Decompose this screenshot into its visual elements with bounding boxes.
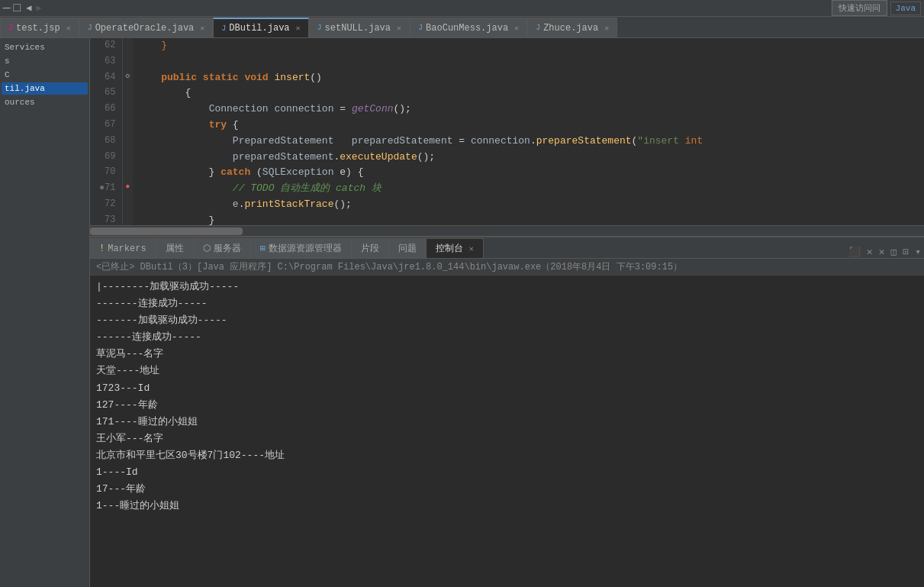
line-marker (122, 85, 133, 102)
tab-label: BaoCunMess.java (426, 23, 508, 34)
line-content: PreparedStatement preparedStatement = co… (133, 134, 924, 150)
console-output[interactable]: |--------加载驱动成功----- -------连接成功----- --… (90, 276, 924, 587)
tab-icon: J (221, 24, 226, 33)
tab-test-jsp[interactable]: J test.jsp ✕ (0, 18, 79, 37)
tab-label: 片段 (361, 242, 379, 255)
line-marker (122, 102, 133, 118)
line-marker (122, 213, 133, 225)
console-line: 王小军---名字 (96, 431, 918, 447)
tab-datasource[interactable]: ⊞ 数据源资源管理器 (251, 238, 352, 258)
tab-icon: J (317, 24, 322, 32)
editor-tab-bar: J test.jsp ✕ J OperateOracle.java ✕ J DB… (0, 17, 924, 38)
tab-close-icon[interactable]: ✕ (200, 24, 204, 33)
tab-dbutil[interactable]: J DButil.java ✕ (213, 18, 308, 37)
code-line-65: 65 { (90, 85, 924, 102)
line-content: Connection connection = getConn(); (133, 102, 924, 118)
sidebar-item-services[interactable]: Services (2, 41, 88, 53)
console-toolbar-icon4[interactable]: ◫ (888, 246, 900, 258)
tab-label: setNULL.java (325, 23, 391, 34)
tab-problems[interactable]: 问题 (389, 238, 427, 258)
markers-icon: ! (99, 244, 105, 254)
tab-close-icon[interactable]: ✕ (604, 24, 609, 33)
line-content: } catch (SQLException e) { (133, 165, 924, 181)
tab-label: 控制台 (436, 242, 463, 255)
console-toolbar-icon2[interactable]: ✕ (864, 246, 876, 258)
console-line: 北京市和平里七区30号楼7门102----地址 (96, 447, 918, 464)
sidebar-item-c[interactable]: C (2, 69, 88, 81)
tab-setnull[interactable]: J setNULL.java ✕ (309, 18, 410, 37)
console-line: 1723---Id (96, 380, 918, 397)
line-marker (122, 165, 133, 181)
nav-back-icon[interactable]: ◀ (26, 2, 31, 14)
tab-close-icon[interactable]: ✕ (514, 24, 519, 33)
minimize-icon[interactable]: — (3, 2, 11, 15)
tab-label: OperateOracle.java (95, 23, 195, 34)
tab-close-icon[interactable]: ✕ (397, 24, 401, 33)
tab-console[interactable]: 控制台 ✕ (427, 238, 484, 258)
line-number: 69 (90, 150, 122, 166)
tab-operate-oracle[interactable]: J OperateOracle.java ✕ (79, 18, 214, 37)
tab-icon: J (8, 24, 13, 32)
line-number: 67 (90, 118, 122, 134)
servers-icon: ⬡ (203, 243, 211, 254)
tab-properties[interactable]: 属性 (156, 238, 194, 258)
sidebar-item-ources[interactable]: ources (2, 96, 88, 108)
line-content: // TODO 自动生成的 catch 块 (133, 181, 924, 197)
top-toolbar: — □ ◀ ▶ 快速访问问 Java (0, 0, 924, 17)
sidebar-item-s[interactable]: s (2, 55, 88, 67)
console-line: 1---睡过的小姐姐 (96, 498, 918, 514)
nav-forward-icon[interactable]: ▶ (36, 2, 41, 14)
tab-close-icon[interactable]: ✕ (469, 244, 474, 253)
line-content: } (133, 213, 924, 225)
console-toolbar-icon5[interactable]: ⊡ (900, 246, 912, 258)
tab-label: 属性 (166, 242, 184, 255)
tab-icon: J (88, 24, 92, 32)
tab-snippets[interactable]: 片段 (352, 238, 389, 258)
line-marker: ◇ (122, 70, 133, 86)
tab-label: 数据源资源管理器 (269, 242, 342, 255)
bottom-tab-bar: ! Markers 属性 ⬡ 服务器 ⊞ 数据源资源管理器 片段 (90, 237, 924, 259)
tab-servers[interactable]: ⬡ 服务器 (194, 238, 251, 258)
maximize-icon[interactable]: □ (14, 2, 21, 15)
line-marker (122, 54, 133, 70)
line-number: 68 (90, 134, 122, 150)
tab-icon: J (536, 24, 540, 32)
tab-markers[interactable]: ! Markers (90, 238, 156, 258)
code-table: 62 } 63 64 ◇ (90, 38, 924, 225)
tab-label: Zhuce.java (543, 23, 598, 34)
code-line-69: 69 preparedStatement.executeUpdate(); (90, 150, 924, 166)
console-line: 天堂----地址 (96, 363, 918, 379)
bottom-panel: ! Markers 属性 ⬡ 服务器 ⊞ 数据源资源管理器 片段 (90, 236, 924, 587)
console-line: -------加载驱动成功----- (96, 312, 918, 329)
code-line-67: 67 try { (90, 118, 924, 134)
sidebar-item-dbutil[interactable]: til.java (2, 82, 88, 95)
console-toolbar-icon3[interactable]: ✕ (876, 246, 888, 258)
quick-access-label: 快速访问问 (832, 0, 887, 16)
tab-close-icon[interactable]: ✕ (296, 24, 301, 33)
line-content: try { (133, 118, 924, 134)
line-content (133, 54, 924, 70)
code-line-66: 66 Connection connection = getConn(); (90, 102, 924, 118)
tab-label: Markers (108, 244, 146, 254)
horizontal-scrollbar[interactable] (90, 225, 924, 236)
console-line: 1----Id (96, 464, 918, 481)
datasource-icon: ⊞ (260, 243, 266, 254)
tab-close-icon[interactable]: ✕ (66, 24, 71, 33)
console-line: ------连接成功----- (96, 329, 918, 346)
code-line-70: 70 } catch (SQLException e) { (90, 165, 924, 181)
scrollbar-thumb[interactable] (90, 227, 243, 235)
line-number: 62 (90, 38, 122, 54)
console-line: 171----睡过的小姐姐 (96, 414, 918, 431)
code-editor[interactable]: 62 } 63 64 ◇ (90, 38, 924, 225)
line-marker (122, 118, 133, 134)
code-line-71: ●71 ● // TODO 自动生成的 catch 块 (90, 181, 924, 197)
tab-label: 问题 (398, 242, 417, 255)
console-toolbar-icon1[interactable]: ⬛ (845, 246, 864, 258)
line-number: 63 (90, 54, 122, 70)
code-line-73: 73 } (90, 213, 924, 225)
line-number: 72 (90, 197, 122, 213)
console-toolbar-icon6[interactable]: ▾ (912, 246, 924, 258)
tab-label: 服务器 (214, 242, 241, 255)
tab-baocunmess[interactable]: J BaoCunMess.java ✕ (410, 18, 527, 37)
tab-zhuce[interactable]: J Zhuce.java ✕ (527, 18, 617, 37)
